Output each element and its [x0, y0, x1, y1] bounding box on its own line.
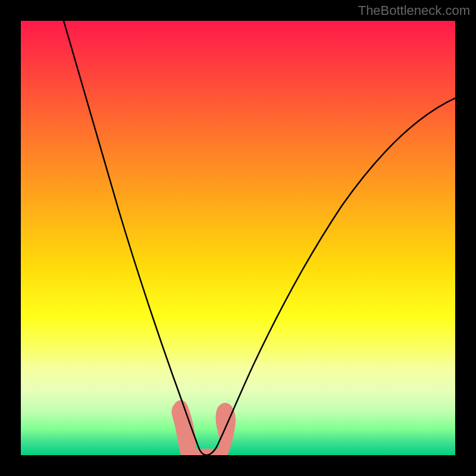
- chart-frame: TheBottleneck.com: [0, 0, 476, 476]
- watermark-text: TheBottleneck.com: [358, 3, 470, 18]
- plot-area: [21, 21, 455, 455]
- bottleneck-curve: [64, 21, 455, 455]
- highlight-blob: [176, 404, 231, 455]
- curve-svg: [21, 21, 455, 455]
